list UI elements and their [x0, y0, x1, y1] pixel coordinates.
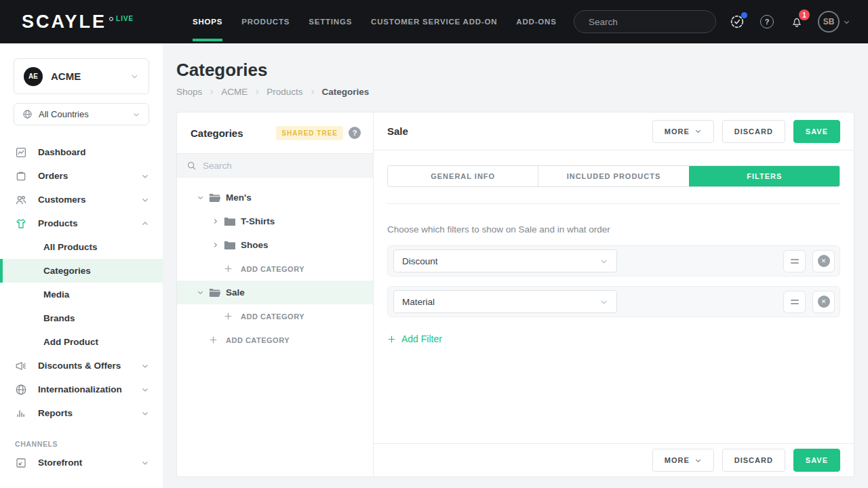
sidebar-item-products[interactable]: Products [0, 211, 163, 235]
filter-select-discount[interactable]: Discount [393, 249, 617, 272]
notifications-bell-icon[interactable]: 1 [788, 13, 806, 30]
drag-handle[interactable] [783, 250, 806, 272]
help-icon[interactable]: ? [758, 13, 776, 30]
add-filter-button[interactable]: Add Filter [387, 333, 442, 344]
nav-label: ADD-ONS [516, 18, 556, 26]
chevron-down-icon [694, 457, 702, 464]
storefront-icon [15, 457, 27, 469]
nav-item-add-ons[interactable]: ADD-ONS [516, 0, 556, 43]
breadcrumb-shops[interactable]: Shops [176, 87, 202, 97]
category-tree: Men's T-Shirts Shoes ADD CATEGORY [177, 178, 373, 352]
chevron-down-icon [843, 18, 850, 26]
sidebar-item-label: Dashboard [38, 147, 86, 157]
shop-avatar: AE [24, 67, 43, 86]
tab-general-info[interactable]: GENERAL INFO [388, 166, 538, 186]
discard-button[interactable]: DISCARD [722, 120, 785, 143]
add-category-label: ADD CATEGORY [241, 265, 304, 273]
sidebar-item-categories[interactable]: Categories [0, 259, 163, 283]
remove-icon: ✕ [818, 296, 830, 308]
tab-filters[interactable]: FILTERS [689, 166, 840, 186]
chevron-down-icon [141, 196, 149, 204]
sidebar-item-reports[interactable]: Reports [0, 401, 163, 425]
chevron-down-icon [141, 409, 149, 418]
top-navigation: SHOPS PRODUCTS SETTINGS CUSTOMER SERVICE… [193, 0, 557, 43]
save-button-footer[interactable]: SAVE [793, 449, 840, 472]
breadcrumb-products[interactable]: Products [267, 87, 302, 97]
more-button[interactable]: MORE [652, 120, 714, 143]
sidebar-item-brands[interactable]: Brands [0, 306, 163, 330]
chevron-right-icon [208, 89, 215, 96]
filter-row-discount: Discount ✕ [387, 245, 840, 277]
sidebar: AE ACME All Countries Dashboard Orders C… [0, 43, 163, 488]
status-tasks-icon[interactable] [728, 13, 746, 30]
shared-tree-help-icon[interactable]: ? [349, 127, 361, 139]
sidebar-item-media[interactable]: Media [0, 283, 163, 306]
tree-search-input[interactable] [203, 161, 363, 171]
tree-node-mens[interactable]: Men's [177, 186, 373, 209]
sidebar-item-customers[interactable]: Customers [0, 188, 163, 211]
add-filter-label: Add Filter [401, 333, 442, 344]
add-category-button-root[interactable]: ADD CATEGORY [177, 328, 373, 352]
sidebar-item-label: Storefront [38, 458, 82, 468]
plus-icon [209, 336, 218, 344]
add-category-label: ADD CATEGORY [241, 312, 304, 321]
chevron-down-icon [197, 289, 204, 296]
save-button[interactable]: SAVE [793, 120, 840, 143]
detail-footer: MORE DISCARD SAVE [374, 443, 854, 476]
selected-category-title: Sale [387, 125, 408, 137]
filters-description: Choose which filters to show on Sale and… [387, 224, 840, 235]
drag-handle[interactable] [783, 291, 806, 313]
discard-button-footer[interactable]: DISCARD [722, 449, 785, 472]
plus-icon [224, 312, 233, 321]
chevron-right-icon [212, 241, 219, 249]
category-tree-panel: Categories SHARED TREE ? Men's [177, 113, 374, 476]
sidebar-item-orders[interactable]: Orders [0, 164, 163, 188]
notification-count-badge: 1 [799, 9, 810, 20]
remove-filter-button[interactable]: ✕ [812, 250, 835, 272]
chevron-down-icon [141, 386, 149, 394]
sidebar-item-all-products[interactable]: All Products [0, 235, 163, 259]
tree-node-sale[interactable]: Sale [177, 281, 373, 304]
filter-select-material[interactable]: Material [393, 290, 617, 313]
sidebar-item-internationalization[interactable]: Internationalization [0, 378, 163, 401]
save-button-label: SAVE [806, 456, 828, 464]
tab-included-products[interactable]: INCLUDED PRODUCTS [538, 166, 688, 186]
country-selector-label: All Countries [39, 109, 89, 119]
global-search-input[interactable] [589, 17, 709, 27]
logo-text: SCAYLE [22, 12, 106, 33]
add-category-button-mens[interactable]: ADD CATEGORY [177, 257, 373, 281]
shop-selector[interactable]: AE ACME [14, 58, 149, 94]
live-badge: LIVE [109, 15, 134, 22]
country-selector[interactable]: All Countries [14, 103, 149, 125]
filter-select-value: Material [402, 297, 435, 307]
add-category-button-sale[interactable]: ADD CATEGORY [177, 304, 373, 328]
nav-item-products[interactable]: PRODUCTS [241, 0, 290, 43]
user-menu[interactable]: SB [818, 11, 850, 33]
more-button-footer[interactable]: MORE [652, 449, 714, 472]
tree-panel-header: Categories SHARED TREE ? [177, 113, 373, 153]
tree-node-tshirts[interactable]: T-Shirts [177, 209, 373, 233]
filter-row-actions: ✕ [783, 291, 835, 313]
sidebar-item-storefront[interactable]: Storefront [0, 451, 163, 474]
avatar: SB [818, 11, 840, 33]
nav-label: PRODUCTS [241, 18, 290, 26]
global-search [574, 10, 716, 33]
nav-item-customer-service-add-on[interactable]: CUSTOMER SERVICE ADD-ON [371, 0, 497, 43]
nav-item-settings[interactable]: SETTINGS [309, 0, 352, 43]
tree-panel-title: Categories [191, 127, 243, 139]
scayle-logo[interactable]: SCAYLE LIVE [0, 0, 163, 43]
sidebar-item-discounts-offers[interactable]: Discounts & Offers [0, 354, 163, 378]
chevron-right-icon [254, 89, 260, 96]
sidebar-item-dashboard[interactable]: Dashboard [0, 140, 163, 164]
remove-filter-button[interactable]: ✕ [812, 291, 835, 313]
chevron-down-icon [141, 362, 149, 370]
plus-icon [387, 335, 396, 344]
nav-label: CUSTOMER SERVICE ADD-ON [371, 18, 497, 26]
breadcrumb-categories: Categories [322, 87, 370, 97]
nav-item-shops[interactable]: SHOPS [193, 0, 222, 43]
breadcrumb-acme[interactable]: ACME [221, 87, 248, 97]
tree-node-shoes[interactable]: Shoes [177, 233, 373, 257]
more-button-label: MORE [665, 127, 690, 136]
detail-tabs: GENERAL INFO INCLUDED PRODUCTS FILTERS [387, 165, 840, 187]
sidebar-item-add-product[interactable]: Add Product [0, 330, 163, 354]
